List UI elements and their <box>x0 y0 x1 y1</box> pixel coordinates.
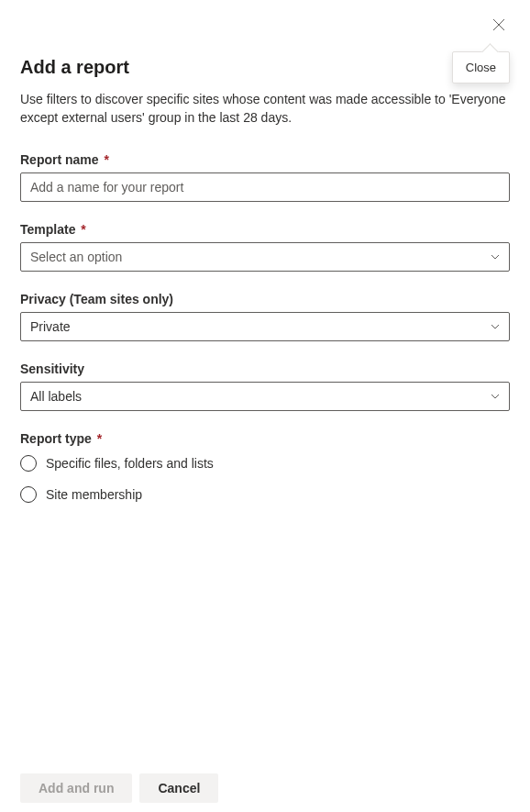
footer-actions: Add and run Cancel <box>20 773 510 803</box>
radio-option-specific-files[interactable]: Specific files, folders and lists <box>20 455 510 472</box>
radio-label: Specific files, folders and lists <box>46 456 214 471</box>
required-asterisk: * <box>104 152 108 167</box>
radio-icon <box>20 486 37 503</box>
required-asterisk: * <box>97 431 102 446</box>
required-asterisk: * <box>81 222 85 237</box>
report-type-label: Report type * <box>20 431 510 446</box>
sensitivity-label: Sensitivity <box>20 362 510 376</box>
close-tooltip-text: Close <box>466 61 496 74</box>
privacy-select[interactable]: Private <box>20 312 510 341</box>
privacy-label: Privacy (Team sites only) <box>20 292 510 306</box>
sensitivity-label-text: Sensitivity <box>20 362 84 376</box>
radio-icon <box>20 455 37 472</box>
radio-label: Site membership <box>46 487 142 502</box>
privacy-select-value: Private <box>30 319 71 334</box>
add-and-run-button[interactable]: Add and run <box>20 773 132 803</box>
sensitivity-select[interactable]: All labels <box>20 382 510 411</box>
template-label-text: Template <box>20 222 75 237</box>
radio-option-site-membership[interactable]: Site membership <box>20 486 510 503</box>
template-select[interactable]: Select an option <box>20 242 510 272</box>
close-icon <box>492 18 505 34</box>
cancel-button[interactable]: Cancel <box>139 773 218 803</box>
report-name-input[interactable] <box>20 172 510 202</box>
template-select-value: Select an option <box>30 250 122 264</box>
page-title: Add a report <box>20 57 510 78</box>
report-type-label-text: Report type <box>20 431 92 446</box>
report-name-label: Report name * <box>20 152 510 167</box>
privacy-label-text: Privacy (Team sites only) <box>20 292 173 306</box>
close-tooltip: Close <box>452 51 510 83</box>
page-description: Use filters to discover specific sites w… <box>20 91 510 127</box>
sensitivity-select-value: All labels <box>30 389 82 404</box>
close-button[interactable] <box>484 11 513 40</box>
report-name-label-text: Report name <box>20 152 99 167</box>
template-label: Template * <box>20 222 510 237</box>
